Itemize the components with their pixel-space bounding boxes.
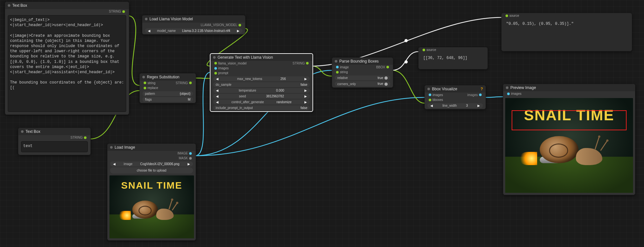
collapse-dot-icon[interactable] <box>427 88 430 90</box>
text-box-textarea[interactable]: text <box>21 141 88 152</box>
node-title[interactable]: Load Image <box>107 144 196 151</box>
widget-seed[interactable]: ◀ seed 3812963782 ▶ <box>213 94 310 99</box>
widget-model-name[interactable]: ◀ model_name Llama-3.2-11B-Vision-Instru… <box>145 28 242 33</box>
load-image-preview[interactable]: SNAIL TIME <box>109 175 194 238</box>
collapse-dot-icon[interactable] <box>213 56 216 59</box>
widget-image-select[interactable]: ◀ image CogVideoX-I2V_00006.png ▶ <box>110 162 193 166</box>
chevron-left-icon[interactable]: ◀ <box>216 94 219 98</box>
warning-icon[interactable]: ? <box>481 87 483 91</box>
node-title[interactable]: Regex Substitution <box>140 74 196 81</box>
chevron-left-icon[interactable]: ◀ <box>216 89 219 92</box>
node-load-image[interactable]: Load Image IMAGE MASK ◀ image CogVideoX-… <box>107 143 196 241</box>
node-regex-substitution[interactable]: Regex Substitution string STRING replace… <box>139 73 196 103</box>
node-generate-text-llama-vision[interactable]: Generate Text with Llama Vision llama_vi… <box>210 53 313 112</box>
chevron-right-icon[interactable]: ▶ <box>477 104 480 107</box>
collapse-dot-icon[interactable] <box>142 76 145 78</box>
chevron-right-icon[interactable]: ▶ <box>304 100 307 104</box>
input-port-dot[interactable] <box>214 67 217 70</box>
widget-flags[interactable]: flags M <box>142 97 193 102</box>
collapse-dot-icon[interactable] <box>110 146 113 149</box>
widget-do-sample[interactable]: do_sample false <box>213 82 310 87</box>
node-title-label: Load Image <box>115 145 135 150</box>
chevron-right-icon[interactable]: ▶ <box>304 77 307 81</box>
node-title[interactable]: Bbox Visualize ? <box>425 85 486 93</box>
widget-control-after-generate[interactable]: ◀ control_after_generate randomize ▶ <box>213 100 310 104</box>
output-port-dot[interactable] <box>84 136 87 139</box>
toggle-icon[interactable] <box>384 83 388 86</box>
widget-value: CogVideoX-I2V_00006.png <box>140 162 179 166</box>
widget-max-new-tokens[interactable]: ◀ max_new_tokens 256 ▶ <box>213 76 310 81</box>
widget-relative[interactable]: relative true <box>335 75 390 80</box>
input-port-dot[interactable] <box>336 71 339 74</box>
node-title[interactable]: Generate Text with Llama Vision <box>210 54 312 61</box>
node-title[interactable]: Preview Image <box>503 84 635 91</box>
output-port-dot[interactable] <box>479 94 482 96</box>
chevron-left-icon[interactable]: ◀ <box>430 104 433 107</box>
output-port-dot[interactable] <box>189 82 192 84</box>
text-box-textarea[interactable]: <|begin_of_text|> <|start_header_id|>use… <box>8 15 126 112</box>
collapse-dot-icon[interactable] <box>335 60 337 63</box>
widget-line-width[interactable]: ◀ line_width 3 ▶ <box>427 103 483 108</box>
input-port-dot[interactable] <box>214 72 217 74</box>
toggle-icon[interactable] <box>384 76 388 80</box>
node-text-box-2[interactable]: Text Box STRING text <box>18 128 91 155</box>
node-title[interactable]: Load Llama Vision Model <box>142 15 245 23</box>
chevron-right-icon[interactable]: ▶ <box>237 29 240 33</box>
chevron-left-icon[interactable]: ◀ <box>148 29 151 33</box>
widget-corners-only[interactable]: corners_only true <box>335 81 390 86</box>
widget-temperature[interactable]: ◀ temperature 0.000 ▶ <box>213 88 310 93</box>
output-port-dot[interactable] <box>189 152 192 155</box>
input-port-label: string <box>340 70 348 74</box>
choose-file-button[interactable]: choose file to upload <box>110 167 193 173</box>
node-title[interactable]: Text Box <box>18 128 90 135</box>
input-port-dot[interactable] <box>507 93 510 95</box>
widget-label: control_after_generate <box>231 100 264 104</box>
widget-value: true <box>378 82 383 85</box>
node-title-label: Parse Bounding Boxes <box>339 59 379 64</box>
output-port-type: STRING <box>70 136 83 139</box>
widget-value: {object} <box>180 92 190 95</box>
widget-include-prompt[interactable]: include_prompt_in_output false <box>213 105 310 110</box>
chevron-right-icon[interactable]: ▶ <box>304 89 307 92</box>
output-port-dot[interactable] <box>122 10 125 13</box>
node-load-llama-vision-model[interactable]: Load Llama Vision Model LLAMA_VISION_MOD… <box>142 15 245 35</box>
input-port-dot[interactable] <box>144 82 146 84</box>
collapse-dot-icon[interactable] <box>145 18 148 20</box>
input-port-dot[interactable] <box>429 99 431 101</box>
port-row-string: string STRING <box>140 81 196 85</box>
input-port-dot[interactable] <box>506 15 508 17</box>
port-row-string: string <box>332 70 393 74</box>
node-title[interactable]: Text Box <box>5 2 129 9</box>
chevron-left-icon[interactable]: ◀ <box>216 77 219 81</box>
panel-source-string[interactable]: source "0.05, 0.15), (0.95, 0.35)]." <box>501 13 632 51</box>
output-port-dot[interactable] <box>386 66 389 68</box>
node-parse-bounding-boxes[interactable]: Parse Bounding Boxes image BBOX string r… <box>332 57 393 88</box>
chevron-left-icon[interactable]: ◀ <box>113 162 116 166</box>
widget-pattern[interactable]: pattern {object} <box>142 91 193 96</box>
input-port-dot[interactable] <box>144 87 146 89</box>
preview-image-display[interactable]: SNAIL TIME <box>505 98 633 193</box>
collapse-dot-icon[interactable] <box>506 86 508 89</box>
node-text-box-1[interactable]: Text Box STRING <|begin_of_text|> <|star… <box>5 2 129 115</box>
output-port-image: IMAGE <box>107 151 196 156</box>
source-text: [[36, 72, 648, 96]] <box>421 54 485 66</box>
panel-source-bbox[interactable]: source [[36, 72, 648, 96]] <box>418 47 488 69</box>
output-port-dot[interactable] <box>189 157 192 160</box>
collapse-dot-icon[interactable] <box>8 4 10 7</box>
chevron-right-icon[interactable]: ▶ <box>304 94 307 98</box>
input-port-dot[interactable] <box>336 66 339 68</box>
input-port-label: image <box>340 65 349 69</box>
chevron-left-icon[interactable]: ◀ <box>216 100 219 104</box>
input-port-dot[interactable] <box>429 94 431 96</box>
port-row-prompt: prompt <box>210 71 312 75</box>
output-port-dot[interactable] <box>239 24 241 26</box>
widget-label: corners_only <box>337 82 356 86</box>
node-preview-image[interactable]: Preview Image images SNAIL TIME <box>503 84 635 195</box>
chevron-right-icon[interactable]: ▶ <box>187 162 190 166</box>
node-title[interactable]: Parse Bounding Boxes <box>332 58 393 65</box>
input-port-dot[interactable] <box>214 62 217 64</box>
input-port-dot[interactable] <box>423 49 425 51</box>
output-port-dot[interactable] <box>306 62 309 64</box>
node-bbox-visualize[interactable]: Bbox Visualize ? images images bboxes ◀ … <box>424 85 486 109</box>
collapse-dot-icon[interactable] <box>21 130 24 133</box>
